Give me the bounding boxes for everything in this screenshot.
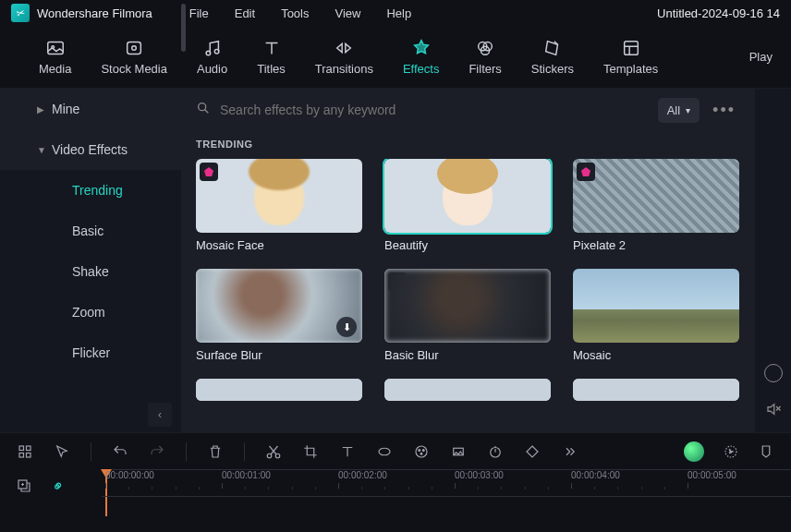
effect-card-partial[interactable]	[573, 379, 739, 401]
templates-icon	[621, 38, 641, 58]
chevron-right-icon: ▶	[37, 104, 44, 115]
sidebar-item-mine[interactable]: ▶ Mine	[0, 89, 181, 129]
cursor-tool-icon[interactable]	[54, 443, 70, 460]
effect-label: Surface Blur	[196, 348, 362, 362]
svg-rect-14	[19, 453, 24, 457]
sidebar-item-video-effects[interactable]: ▼ Video Effects	[0, 129, 181, 170]
effect-card-partial[interactable]	[384, 379, 551, 401]
section-title: TRENDING	[181, 131, 754, 159]
effect-thumbnail	[196, 379, 362, 401]
tab-media[interactable]: Media	[39, 38, 71, 76]
motion-button[interactable]	[450, 443, 467, 460]
sidebar-item-label: Flicker	[72, 345, 110, 360]
tab-titles[interactable]: Titles	[257, 38, 286, 76]
tab-media-label: Media	[39, 62, 71, 76]
svg-point-9	[199, 103, 206, 111]
search-input[interactable]	[220, 103, 649, 117]
marker-button[interactable]	[758, 443, 774, 460]
timeline-toolbar	[0, 432, 791, 469]
more-options-button[interactable]: •••	[709, 101, 739, 120]
cut-button[interactable]	[265, 443, 282, 460]
effect-thumbnail	[573, 379, 739, 401]
menu-tools[interactable]: Tools	[281, 6, 309, 20]
tab-filters-label: Filters	[469, 62, 501, 76]
effect-card-mosaic-face[interactable]: Mosaic Face	[196, 159, 362, 252]
menu-view[interactable]: View	[335, 6, 360, 20]
effect-label: Beautify	[384, 238, 551, 252]
app-name: Wondershare Filmora	[37, 6, 152, 20]
separator	[244, 442, 245, 461]
tab-templates[interactable]: Templates	[603, 38, 658, 76]
render-button[interactable]	[723, 443, 739, 460]
speed-button[interactable]	[487, 443, 504, 460]
svg-point-3	[206, 51, 211, 55]
library-tabs: Media Stock Media Audio Titles Transitio…	[0, 26, 791, 89]
tab-stickers[interactable]: Stickers	[531, 38, 574, 76]
crop-button[interactable]	[302, 443, 319, 460]
effect-thumbnail	[384, 379, 551, 401]
sidebar-item-label: Zoom	[72, 305, 105, 320]
stickers-icon	[542, 38, 563, 58]
undo-button[interactable]	[112, 443, 128, 460]
effect-card-pixelate-2[interactable]: Pixelate 2	[573, 159, 739, 252]
effects-sidebar: ▶ Mine ▼ Video Effects Trending Basic Sh…	[0, 89, 181, 432]
text-button[interactable]	[339, 443, 356, 460]
tab-stock-media[interactable]: Stock Media	[101, 38, 167, 76]
menu-file[interactable]: File	[189, 6, 209, 20]
sidebar-sub-flicker[interactable]: Flicker	[0, 332, 181, 373]
effect-card-mosaic[interactable]: Mosaic	[573, 269, 739, 362]
ai-assistant-button[interactable]	[684, 441, 704, 462]
sidebar-sub-shake[interactable]: Shake	[0, 251, 181, 292]
effect-card-basic-blur[interactable]: Basic Blur	[384, 269, 551, 362]
more-tools-button[interactable]	[561, 443, 578, 460]
sidebar-item-label: Basic	[72, 224, 103, 238]
mask-button[interactable]	[376, 443, 393, 460]
link-button[interactable]: ⚭	[44, 473, 70, 499]
effect-label: Mosaic	[573, 348, 739, 362]
sidebar-sub-trending[interactable]: Trending	[0, 170, 181, 211]
download-icon[interactable]: ⬇	[336, 317, 357, 337]
sidebar-sub-basic[interactable]: Basic	[0, 211, 181, 251]
tab-audio[interactable]: Audio	[197, 38, 227, 76]
effect-label: Basic Blur	[384, 348, 551, 362]
add-track-button[interactable]	[15, 477, 33, 495]
sidebar-sub-zoom[interactable]: Zoom	[0, 292, 181, 332]
effect-card-partial[interactable]	[196, 379, 362, 401]
premium-icon	[577, 163, 595, 181]
tab-effects[interactable]: Effects	[403, 38, 440, 76]
menu-help[interactable]: Help	[386, 6, 411, 20]
ruler-tick: 00:00:01:00	[222, 470, 271, 480]
sidebar-collapse-button[interactable]: ‹	[148, 403, 172, 427]
svg-point-21	[422, 449, 424, 451]
effect-card-beautify[interactable]: Beautify	[384, 159, 551, 252]
color-button[interactable]	[413, 443, 430, 460]
sidebar-item-label: Video Effects	[52, 142, 128, 157]
ruler-baseline	[102, 496, 791, 497]
search-row: All ▾ •••	[181, 89, 754, 131]
mute-icon[interactable]	[765, 401, 782, 421]
sidebar-item-label: Shake	[72, 264, 109, 279]
tab-audio-label: Audio	[197, 62, 227, 76]
stock-media-icon	[124, 38, 144, 58]
main-menu: File Edit Tools View Help	[189, 6, 411, 20]
sidebar-scrollbar[interactable]	[181, 4, 186, 52]
tab-transitions[interactable]: Transitions	[315, 38, 373, 76]
timeline-ruler[interactable]: 00:00:00:0000:00:01:0000:00:02:0000:00:0…	[102, 469, 791, 532]
preview-panel-label: Play	[749, 50, 773, 64]
transitions-icon	[334, 38, 354, 58]
delete-button[interactable]	[207, 443, 224, 460]
chevron-down-icon: ▼	[37, 145, 46, 155]
menu-edit[interactable]: Edit	[235, 6, 255, 20]
filter-label: All	[667, 103, 680, 117]
record-button[interactable]	[764, 364, 783, 382]
keyframe-button[interactable]	[524, 443, 541, 460]
redo-button[interactable]	[149, 443, 165, 460]
tab-filters[interactable]: Filters	[469, 38, 501, 76]
tab-stickers-label: Stickers	[531, 62, 574, 76]
effect-card-surface-blur[interactable]: ⬇ Surface Blur	[196, 269, 362, 362]
filter-dropdown[interactable]: All ▾	[658, 98, 700, 123]
ruler-tick: 00:00:00:00	[105, 470, 154, 480]
tab-templates-label: Templates	[603, 62, 658, 76]
grid-tool-icon[interactable]	[17, 443, 33, 460]
timeline: ⚭ 00:00:00:0000:00:01:0000:00:02:0000:00…	[0, 469, 791, 532]
